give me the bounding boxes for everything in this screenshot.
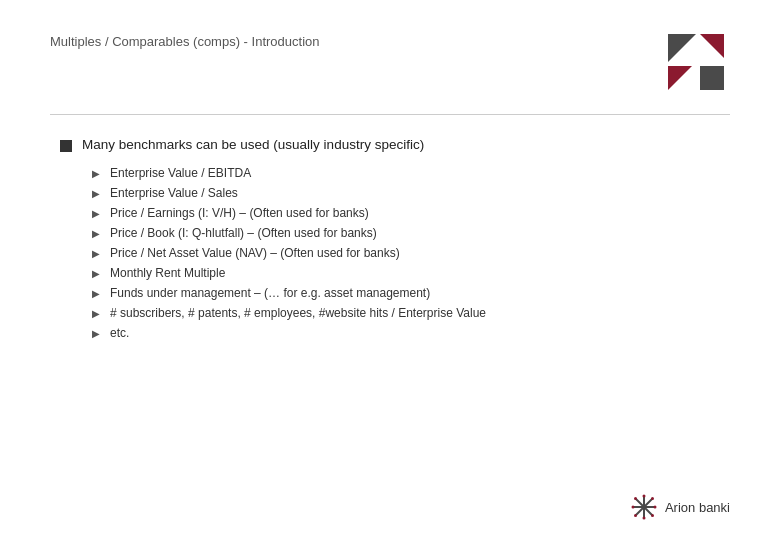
svg-marker-2: [668, 66, 692, 90]
main-bullet-icon: [60, 140, 72, 152]
sub-bullet-text: # subscribers, # patents, # employees, #…: [110, 306, 486, 320]
list-item: ▶Price / Net Asset Value (NAV) – (Often …: [92, 246, 730, 260]
content: Many benchmarks can be used (usually ind…: [50, 137, 730, 340]
page: Multiples / Comparables (comps) - Introd…: [0, 0, 780, 540]
footer-brand-text: Arion banki: [665, 500, 730, 515]
footer-logo-icon: [631, 494, 657, 520]
svg-marker-3: [700, 66, 724, 90]
sub-bullet-arrow-icon: ▶: [92, 188, 102, 199]
sub-bullet-arrow-icon: ▶: [92, 168, 102, 179]
sub-bullets-list: ▶Enterprise Value / EBITDA▶Enterprise Va…: [60, 166, 730, 340]
top-logo: [662, 28, 730, 100]
sub-bullet-text: Funds under management – (… for e.g. ass…: [110, 286, 430, 300]
svg-point-15: [651, 497, 654, 500]
list-item: ▶Price / Book (I: Q-hlutfall) – (Often u…: [92, 226, 730, 240]
divider: [50, 114, 730, 115]
svg-point-14: [651, 514, 654, 517]
sub-bullet-arrow-icon: ▶: [92, 268, 102, 279]
sub-bullet-arrow-icon: ▶: [92, 248, 102, 259]
svg-point-12: [653, 506, 656, 509]
list-item: ▶Enterprise Value / EBITDA: [92, 166, 730, 180]
svg-marker-1: [700, 34, 724, 58]
sub-bullet-arrow-icon: ▶: [92, 288, 102, 299]
sub-bullet-text: Price / Earnings (I: V/H) – (Often used …: [110, 206, 369, 220]
sub-bullet-text: Enterprise Value / Sales: [110, 186, 238, 200]
sub-bullet-text: Price / Net Asset Value (NAV) – (Often u…: [110, 246, 400, 260]
svg-marker-0: [668, 34, 696, 62]
main-bullet: Many benchmarks can be used (usually ind…: [60, 137, 730, 152]
main-bullet-text: Many benchmarks can be used (usually ind…: [82, 137, 424, 152]
svg-point-9: [642, 495, 645, 498]
page-title: Multiples / Comparables (comps) - Introd…: [50, 28, 320, 49]
svg-point-16: [634, 514, 637, 517]
list-item: ▶Funds under management – (… for e.g. as…: [92, 286, 730, 300]
svg-point-10: [642, 517, 645, 520]
list-item: ▶Monthly Rent Multiple: [92, 266, 730, 280]
list-item: ▶Enterprise Value / Sales: [92, 186, 730, 200]
svg-point-11: [631, 506, 634, 509]
sub-bullet-arrow-icon: ▶: [92, 308, 102, 319]
sub-bullet-text: Monthly Rent Multiple: [110, 266, 225, 280]
sub-bullet-text: etc.: [110, 326, 129, 340]
svg-point-13: [634, 497, 637, 500]
list-item: ▶Price / Earnings (I: V/H) – (Often used…: [92, 206, 730, 220]
sub-bullet-arrow-icon: ▶: [92, 328, 102, 339]
sub-bullet-text: Price / Book (I: Q-hlutfall) – (Often us…: [110, 226, 377, 240]
sub-bullet-arrow-icon: ▶: [92, 208, 102, 219]
sub-bullet-text: Enterprise Value / EBITDA: [110, 166, 251, 180]
sub-bullet-arrow-icon: ▶: [92, 228, 102, 239]
footer: Arion banki: [631, 494, 730, 520]
list-item: ▶etc.: [92, 326, 730, 340]
header: Multiples / Comparables (comps) - Introd…: [50, 28, 730, 100]
list-item: ▶# subscribers, # patents, # employees, …: [92, 306, 730, 320]
